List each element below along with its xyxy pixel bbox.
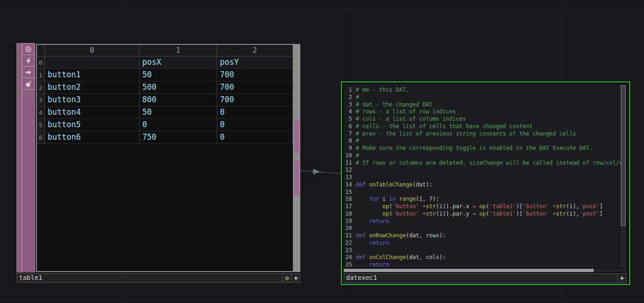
code-token: in <box>389 196 395 202</box>
reference-wire[interactable] <box>299 167 342 178</box>
row-index: 2 <box>37 81 45 94</box>
code-token: op <box>479 210 486 217</box>
table-cell[interactable]: 700 <box>217 81 293 94</box>
table1-name-field[interactable]: table1 <box>17 274 282 282</box>
viewer-flag-button[interactable] <box>22 43 35 55</box>
code-token <box>356 196 369 202</box>
table-cell[interactable]: button6 <box>45 131 140 144</box>
line-number: 1 <box>344 87 352 93</box>
table1-dat-viewer[interactable]: 012 0posXposY1button1507002button2500700… <box>37 45 293 271</box>
table1-expand-button[interactable] <box>291 274 300 282</box>
line-number: 7 <box>344 130 352 137</box>
wire-dotted-line <box>301 171 341 173</box>
table-cell[interactable]: 700 <box>217 69 293 81</box>
code-token <box>356 261 369 268</box>
line-number: 22 <box>344 240 352 246</box>
code-token: 'button' <box>392 210 419 217</box>
datexec1-expand-button[interactable] <box>617 274 626 283</box>
table-cell[interactable]: 700 <box>217 94 293 106</box>
horizontal-scrollbar-thumb[interactable] <box>344 269 594 272</box>
table-row: 3button3800700 <box>37 94 293 106</box>
line-number: 20 <box>344 225 352 231</box>
code-token: (dat): <box>413 181 432 188</box>
python-code-viewer[interactable]: 1# me - this DAT.2#3# dat - the changed … <box>344 84 626 268</box>
plus-star-icon <box>293 275 299 281</box>
table-cell[interactable]: posY <box>217 56 293 69</box>
code-token <box>396 196 399 202</box>
vertical-scrollbar-thumb[interactable] <box>621 86 626 226</box>
dat-output-connector-top[interactable] <box>294 119 300 154</box>
table-cell[interactable]: 50 <box>140 69 217 81</box>
row-index: 1 <box>37 69 45 81</box>
table-row: 4button4500 <box>37 106 293 119</box>
table-cell[interactable]: 800 <box>140 94 217 106</box>
code-token: 'button' <box>392 203 419 210</box>
code-token: + <box>423 210 426 217</box>
code-line: 3# dat - the changed DAT <box>344 101 626 109</box>
table-cell[interactable]: 50 <box>140 106 217 119</box>
table-cell[interactable]: button5 <box>45 119 140 131</box>
code-line: 14def onTableChange(dat): <box>344 181 626 189</box>
code-line: 10# <box>344 152 626 160</box>
table-cell[interactable]: button1 <box>45 69 140 81</box>
code-horizontal-scrollbar[interactable] <box>344 269 626 272</box>
code-vertical-scrollbar[interactable] <box>621 85 626 267</box>
code-token <box>419 203 422 210</box>
code-lines: 1# me - this DAT.2#3# dat - the changed … <box>344 87 626 268</box>
table-cell[interactable]: 750 <box>140 131 217 144</box>
code-token <box>366 254 369 260</box>
code-token: str <box>426 203 436 210</box>
line-number: 24 <box>344 254 352 260</box>
code-token: return <box>369 240 389 246</box>
table-cell[interactable]: 0 <box>217 106 293 119</box>
code-line: 21def onRowChange(dat, rows): <box>344 232 626 240</box>
code-token: # Make sure the corresponding toggle is … <box>356 145 593 151</box>
network-editor-canvas[interactable]: 012 0posXposY1button1507002button2500700… <box>0 0 644 303</box>
export-flag-button[interactable] <box>22 66 35 78</box>
code-token: (dat, rows): <box>406 232 446 239</box>
code-token: onTableChange <box>369 181 413 188</box>
dat-output-connector-bottom[interactable] <box>294 160 300 196</box>
code-token <box>366 181 369 188</box>
table1-viewer-frame: 012 0posXposY1button1507002button2500700… <box>36 44 300 272</box>
node-state-box[interactable] <box>282 274 291 282</box>
table-cell[interactable]: posX <box>140 56 217 69</box>
code-line: 24def onColChange(dat, cols): <box>344 254 626 261</box>
datexec1-node[interactable]: 1# me - this DAT.2#3# dat - the changed … <box>341 81 630 285</box>
grid-line-horizontal <box>0 9 644 9</box>
line-number: 17 <box>344 203 352 210</box>
code-token: (i), <box>566 210 579 217</box>
table-cell[interactable]: button4 <box>45 106 140 119</box>
code-token: for <box>369 196 379 202</box>
code-line: 7# prev - the list of previous string co… <box>344 130 626 138</box>
table1-name-bar: table1 <box>17 273 300 283</box>
table-cell[interactable]: button2 <box>45 81 140 94</box>
table-cell[interactable] <box>45 56 140 69</box>
table-cell[interactable]: 0 <box>217 119 293 131</box>
line-number: 12 <box>344 167 352 173</box>
datexec1-name-field[interactable]: datexec1 <box>344 274 617 283</box>
code-token: (i), <box>566 203 579 210</box>
code-token: # rows - a list of row indices <box>356 108 456 115</box>
table-cell[interactable]: button3 <box>45 94 140 106</box>
bypass-flag-button[interactable] <box>22 55 35 67</box>
code-token: # me - this DAT. <box>356 87 409 93</box>
table-cell[interactable]: 500 <box>140 81 217 94</box>
table-row: 1button150700 <box>37 69 293 81</box>
immune-flag-button[interactable] <box>22 78 35 90</box>
line-number: 13 <box>344 174 352 180</box>
column-header[interactable]: 1 <box>140 45 217 56</box>
code-token: # If rows or columns are deleted, sizeCh… <box>356 160 626 166</box>
column-header[interactable]: 0 <box>45 45 140 56</box>
code-line: 15 <box>344 189 626 196</box>
datexec1-name-bar: datexec1 <box>344 273 626 283</box>
table-cell[interactable]: 0 <box>140 119 217 131</box>
line-number: 10 <box>344 152 352 159</box>
column-header[interactable]: 2 <box>217 45 293 56</box>
code-line: 8# <box>344 137 626 145</box>
code-token: return <box>369 218 389 224</box>
table-cell[interactable]: 0 <box>217 131 293 144</box>
code-token: ] <box>600 210 603 217</box>
code-token: )[ <box>516 203 522 210</box>
row-index: 6 <box>37 131 45 144</box>
